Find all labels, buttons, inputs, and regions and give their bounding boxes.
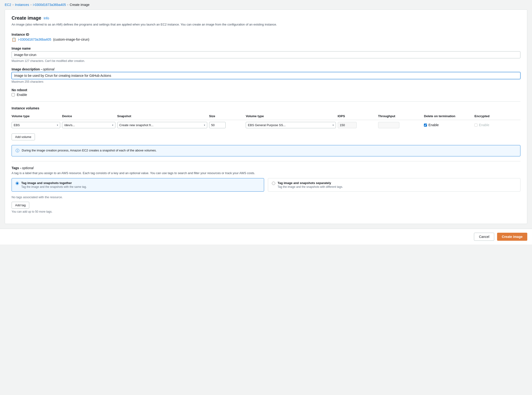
breadcrumb-current: Create image [70,3,89,7]
col-header-device: Device [62,113,117,120]
no-tags-text: No tags associated with the resource. [11,195,521,199]
chevron-down-icon: ▾ [204,124,205,126]
snapshot-value: Create new snapshot fr... [119,123,154,127]
tag-option-together[interactable]: Tag image and snapshots together Tag the… [11,178,264,192]
chevron-down-icon: ▾ [333,124,334,126]
size-input[interactable] [209,122,226,128]
col-header-iops: IOPS [338,113,378,120]
vol-type-value: EBS [14,123,20,127]
image-name-section: Image name Maximum 127 characters. Can't… [11,47,521,63]
cancel-button[interactable]: Cancel [474,233,494,241]
no-reboot-checkbox[interactable] [11,93,15,96]
page-content: Create image Info An image (also referre… [0,10,532,229]
col-header-snapshot: Snapshot [117,113,209,120]
info-banner-icon: ⓘ [16,148,19,153]
image-description-input[interactable] [11,72,521,79]
tag-option-separately[interactable]: Tag image and snapshots separately Tag t… [268,178,521,192]
no-reboot-checkbox-row: Enable [11,93,521,97]
instance-id-section: Instance ID 📋 i-0300d1673a36ba405 (custo… [11,33,521,42]
create-image-button[interactable]: Create image [497,233,527,241]
vol-type2-value: EBS General Purpose SS... [248,123,286,127]
page-footer: Cancel Create image [0,229,532,245]
breadcrumb-sep3: › [67,3,68,6]
tag-separate-title: Tag image and snapshots separately [278,181,343,185]
image-description-label: Image description - optional [11,67,521,71]
tag-together-radio[interactable] [16,182,19,185]
breadcrumb-ec2[interactable]: EC2 [5,3,11,7]
copy-icon: 📋 [11,37,16,42]
main-card: Create image Info An image (also referre… [5,10,527,224]
breadcrumb-sep1: › [12,3,13,6]
device-select[interactable]: /dev/s... ▾ [62,122,115,128]
breadcrumb-sep2: › [30,3,31,6]
col-header-delete: Delete on termination [424,113,474,120]
info-banner: ⓘ During the image creation process, Ama… [11,145,521,156]
tag-options: Tag image and snapshots together Tag the… [11,178,521,192]
instance-id-row: 📋 i-0300d1673a36ba405 (custom-image-for-… [11,37,521,42]
image-name-hint: Maximum 127 characters. Can't be modifie… [11,59,521,63]
tag-separate-radio[interactable] [272,182,275,185]
volumes-label: Instance volumes [11,106,521,110]
delete-on-term-cell: Enable [424,123,473,127]
image-name-input[interactable] [11,51,521,58]
image-description-hint: Maximum 255 characters [11,80,521,83]
col-header-voltype: Volume type [11,113,62,120]
col-header-encrypted: Encrypted [474,113,521,120]
page-title: Create image [11,15,41,21]
throughput-input[interactable] [378,122,399,128]
volume-table: Volume type Device Snapshot Size Volume … [11,113,521,130]
encrypted-cell: Enable [474,123,519,127]
info-banner-text: During the image creation process, Amazo… [22,148,157,153]
vol-type-select[interactable]: EBS ▾ [11,122,60,128]
iops-input[interactable] [338,122,357,128]
breadcrumb-instances[interactable]: Instances [15,3,29,7]
device-value: /dev/s... [64,123,75,127]
col-header-size: Size [209,113,246,120]
instance-id-name: (custom-image-for-cirun) [53,38,89,41]
chevron-down-icon: ▾ [57,124,58,126]
delete-on-term-label: Enable [428,123,439,127]
chevron-down-icon: ▾ [112,124,113,126]
tag-separate-desc: Tag the image and the snapshots with dif… [278,185,343,188]
divider2 [11,161,521,161]
vol-type2-select[interactable]: EBS General Purpose SS... ▾ [246,122,336,128]
instance-id-label: Instance ID [11,33,521,36]
delete-on-term-checkbox[interactable] [424,124,427,127]
volumes-section: Instance volumes Volume type Device Snap… [11,106,521,140]
card-header: Create image Info [11,15,521,21]
breadcrumb-instance-id[interactable]: i-0300d1673a36ba405 [33,3,66,7]
add-tag-hint: You can add up to 50 more tags. [11,210,521,213]
tag-together-title: Tag image and snapshots together [21,181,87,185]
info-link[interactable]: Info [44,16,49,20]
encrypted-label: Enable [479,123,489,127]
col-header-throughput: Throughput [378,113,424,120]
tags-label: Tags - optional [11,166,521,170]
tag-together-content: Tag image and snapshots together Tag the… [21,181,87,188]
image-name-label: Image name [11,47,521,50]
add-volume-button[interactable]: Add volume [11,133,35,140]
table-row: EBS ▾ /dev/s... ▾ Create new snapshot fr… [11,120,521,130]
no-reboot-label: No reboot [11,88,521,92]
tag-separate-content: Tag image and snapshots separately Tag t… [278,181,343,188]
encrypted-checkbox[interactable] [474,124,478,127]
tags-description: A tag is a label that you assign to an A… [11,171,521,176]
col-header-voltype2: Volume type [246,113,338,120]
divider1 [11,101,521,102]
image-description-section: Image description - optional Maximum 255… [11,67,521,83]
snapshot-select[interactable]: Create new snapshot fr... ▾ [117,122,207,128]
tags-section: Tags - optional A tag is a label that yo… [11,166,521,214]
no-reboot-section: No reboot Enable [11,88,521,97]
breadcrumb: EC2 › Instances › i-0300d1673a36ba405 › … [0,0,532,10]
add-tag-button[interactable]: Add tag [11,202,29,208]
no-reboot-checkbox-label[interactable]: Enable [17,93,27,97]
tag-together-desc: Tag the image and the snapshots with the… [21,185,87,188]
page-subtitle: An image (also referred to as an AMI) de… [11,22,521,27]
instance-id-link[interactable]: i-0300d1673a36ba405 [18,38,51,41]
